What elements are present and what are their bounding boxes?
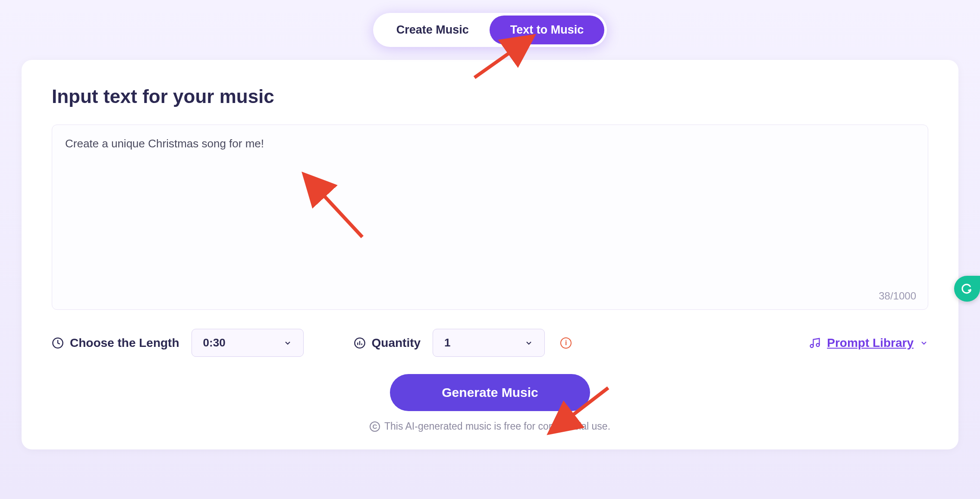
prompt-input[interactable]	[52, 125, 928, 310]
textarea-wrapper: 38/1000	[52, 125, 928, 312]
music-note-icon	[809, 337, 821, 349]
tab-text-to-music[interactable]: Text to Music	[490, 16, 605, 44]
quantity-label-text: Quantity	[372, 336, 421, 350]
tabs-container: Create Music Text to Music	[0, 0, 980, 60]
disclaimer: C This AI-generated music is free for co…	[370, 421, 610, 432]
copyright-icon: C	[370, 421, 380, 432]
chevron-down-icon	[283, 339, 292, 347]
page-heading: Input text for your music	[52, 86, 928, 107]
svg-point-6	[817, 343, 820, 346]
tabs-wrapper: Create Music Text to Music	[373, 13, 607, 47]
tab-create-music[interactable]: Create Music	[376, 16, 490, 44]
generate-button[interactable]: Generate Music	[390, 374, 590, 411]
disclaimer-text: This AI-generated music is free for comm…	[384, 421, 610, 432]
length-select[interactable]: 0:30	[192, 329, 304, 357]
info-icon[interactable]: i	[560, 337, 572, 349]
clock-icon	[52, 337, 64, 349]
chevron-down-icon	[525, 339, 533, 347]
controls-row: Choose the Length 0:30 Quantity 1 i	[52, 329, 928, 357]
generate-section: Generate Music C This AI-generated music…	[52, 374, 928, 432]
main-card: Input text for your music 38/1000 Choose…	[22, 60, 958, 449]
length-label: Choose the Length	[52, 336, 179, 350]
char-counter: 38/1000	[879, 290, 916, 302]
bars-icon	[354, 337, 366, 349]
prompt-library-link[interactable]: Prompt Library	[809, 336, 928, 350]
grammarly-badge[interactable]	[954, 276, 980, 302]
grammarly-icon	[959, 281, 975, 296]
svg-point-5	[810, 344, 814, 347]
prompt-library-text: Prompt Library	[827, 336, 914, 350]
quantity-value: 1	[444, 336, 450, 349]
chevron-down-icon	[920, 339, 928, 347]
quantity-label: Quantity	[354, 336, 421, 350]
length-label-text: Choose the Length	[70, 336, 179, 350]
quantity-select[interactable]: 1	[433, 329, 545, 357]
length-value: 0:30	[203, 336, 226, 349]
